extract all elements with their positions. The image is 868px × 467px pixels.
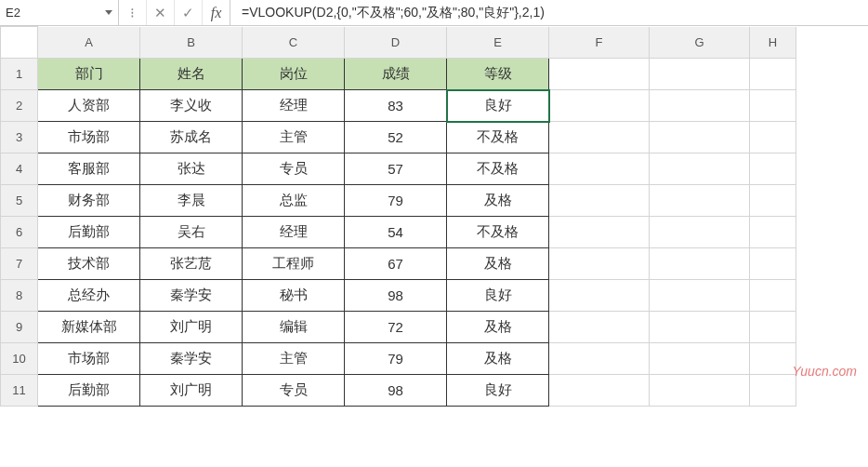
chevron-down-icon[interactable] (105, 10, 112, 15)
col-header-D[interactable]: D (345, 27, 447, 59)
col-header-C[interactable]: C (243, 27, 345, 59)
cell[interactable]: 主管 (243, 343, 345, 375)
cell[interactable]: 等级 (447, 59, 549, 90)
row-header[interactable]: 8 (1, 280, 38, 312)
cancel-icon[interactable]: ✕ (147, 0, 175, 25)
cell[interactable]: 财务部 (38, 185, 140, 217)
cell[interactable] (549, 375, 650, 407)
cell[interactable] (650, 59, 750, 90)
cell[interactable]: 姓名 (140, 59, 243, 90)
col-header-G[interactable]: G (650, 27, 750, 59)
cell[interactable]: 良好 (447, 280, 549, 312)
cell[interactable]: 54 (345, 217, 447, 248)
cell[interactable]: 不及格 (447, 122, 549, 153)
cell[interactable]: 及格 (447, 248, 549, 280)
cell-active[interactable]: 良好 (447, 90, 549, 122)
cell[interactable]: 后勤部 (38, 375, 140, 407)
cell[interactable]: 及格 (447, 312, 549, 343)
cell[interactable] (750, 185, 796, 217)
cell[interactable] (650, 248, 750, 280)
cell[interactable]: 后勤部 (38, 217, 140, 248)
cell[interactable]: 客服部 (38, 153, 140, 185)
cell[interactable] (750, 343, 796, 375)
cell[interactable]: 总经办 (38, 280, 140, 312)
cell[interactable] (650, 185, 750, 217)
cell[interactable] (549, 217, 650, 248)
cell[interactable]: 工程师 (243, 248, 345, 280)
row-header[interactable]: 7 (1, 248, 38, 280)
row-header[interactable]: 10 (1, 343, 38, 375)
cell[interactable] (650, 375, 750, 407)
cell[interactable] (750, 248, 796, 280)
cell[interactable]: 79 (345, 343, 447, 375)
cell[interactable] (650, 217, 750, 248)
cell[interactable] (549, 280, 650, 312)
cell[interactable]: 部门 (38, 59, 140, 90)
cell[interactable]: 秘书 (243, 280, 345, 312)
cell[interactable] (549, 185, 650, 217)
history-icon[interactable]: ⁝ (119, 0, 147, 25)
cell[interactable]: 67 (345, 248, 447, 280)
col-header-H[interactable]: H (750, 27, 796, 59)
cell[interactable]: 张达 (140, 153, 243, 185)
cell[interactable] (549, 90, 650, 122)
cell[interactable]: 经理 (243, 217, 345, 248)
cell[interactable] (650, 343, 750, 375)
cell[interactable] (549, 122, 650, 153)
cell[interactable]: 经理 (243, 90, 345, 122)
cell[interactable]: 技术部 (38, 248, 140, 280)
col-header-F[interactable]: F (549, 27, 650, 59)
cell[interactable]: 李义收 (140, 90, 243, 122)
row-header[interactable]: 5 (1, 185, 38, 217)
cell[interactable]: 刘广明 (140, 312, 243, 343)
row-header[interactable]: 11 (1, 375, 38, 407)
cell[interactable]: 总监 (243, 185, 345, 217)
cell[interactable] (549, 153, 650, 185)
cell[interactable] (750, 122, 796, 153)
cell[interactable]: 岗位 (243, 59, 345, 90)
cell[interactable] (549, 248, 650, 280)
cell[interactable]: 专员 (243, 153, 345, 185)
select-all-corner[interactable] (1, 27, 38, 59)
cell[interactable]: 新媒体部 (38, 312, 140, 343)
cell[interactable]: 张艺苊 (140, 248, 243, 280)
cell[interactable]: 及格 (447, 185, 549, 217)
fx-icon[interactable]: fx (203, 0, 230, 25)
cell[interactable]: 秦学安 (140, 343, 243, 375)
cell[interactable]: 79 (345, 185, 447, 217)
cell[interactable]: 98 (345, 280, 447, 312)
cell[interactable]: 良好 (447, 375, 549, 407)
cell[interactable] (750, 375, 796, 407)
formula-input[interactable]: =VLOOKUP(D2,{0,"不及格";60,"及格";80,"良好"},2,… (230, 0, 868, 25)
cell[interactable]: 人资部 (38, 90, 140, 122)
cell[interactable]: 不及格 (447, 217, 549, 248)
cell[interactable] (549, 343, 650, 375)
row-header[interactable]: 6 (1, 217, 38, 248)
cell[interactable]: 成绩 (345, 59, 447, 90)
cell[interactable] (750, 217, 796, 248)
row-header[interactable]: 3 (1, 122, 38, 153)
cell[interactable]: 刘广明 (140, 375, 243, 407)
cell[interactable] (650, 90, 750, 122)
name-box[interactable]: E2 (0, 0, 119, 25)
cell[interactable]: 市场部 (38, 343, 140, 375)
cell[interactable]: 秦学安 (140, 280, 243, 312)
cell[interactable] (650, 122, 750, 153)
cell[interactable] (750, 280, 796, 312)
col-header-E[interactable]: E (447, 27, 549, 59)
col-header-B[interactable]: B (140, 27, 243, 59)
cell[interactable]: 市场部 (38, 122, 140, 153)
cell[interactable]: 及格 (447, 343, 549, 375)
cell[interactable] (650, 153, 750, 185)
cell[interactable] (650, 312, 750, 343)
cell[interactable]: 李晨 (140, 185, 243, 217)
cell[interactable]: 苏成名 (140, 122, 243, 153)
cell[interactable]: 专员 (243, 375, 345, 407)
cell[interactable]: 吴右 (140, 217, 243, 248)
cell[interactable]: 98 (345, 375, 447, 407)
cell[interactable]: 83 (345, 90, 447, 122)
cell[interactable] (549, 59, 650, 90)
cell[interactable] (750, 59, 796, 90)
cell[interactable]: 57 (345, 153, 447, 185)
cell[interactable] (650, 280, 750, 312)
